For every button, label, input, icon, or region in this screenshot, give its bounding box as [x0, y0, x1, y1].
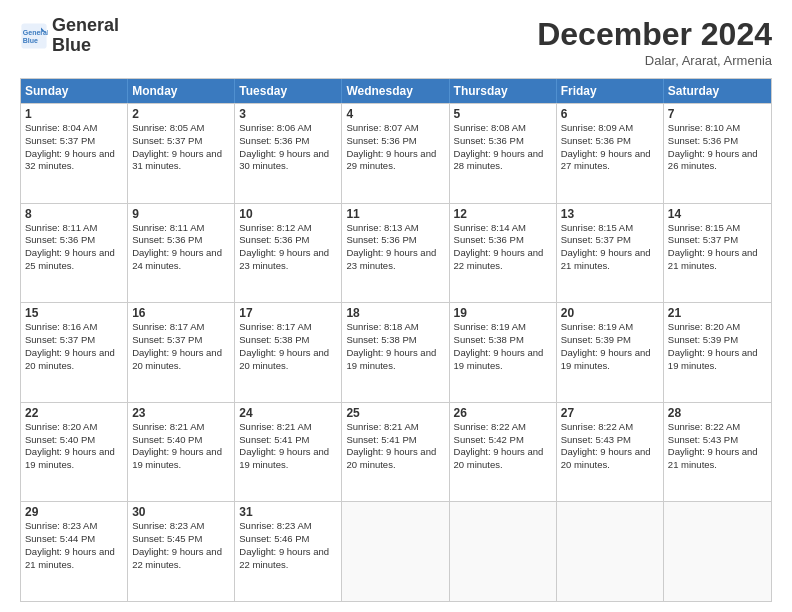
logo: General Blue General Blue	[20, 16, 119, 56]
daylight-text: Daylight: 9 hours and 26 minutes.	[668, 148, 767, 174]
header-cell-sunday: Sunday	[21, 79, 128, 103]
sunrise-text: Sunrise: 8:17 AM	[239, 321, 337, 334]
calendar-cell: 24Sunrise: 8:21 AMSunset: 5:41 PMDayligh…	[235, 403, 342, 502]
sunrise-text: Sunrise: 8:04 AM	[25, 122, 123, 135]
sunrise-text: Sunrise: 8:11 AM	[132, 222, 230, 235]
daylight-text: Daylight: 9 hours and 32 minutes.	[25, 148, 123, 174]
sunrise-text: Sunrise: 8:06 AM	[239, 122, 337, 135]
calendar-cell: 29Sunrise: 8:23 AMSunset: 5:44 PMDayligh…	[21, 502, 128, 601]
sunrise-text: Sunrise: 8:16 AM	[25, 321, 123, 334]
sunset-text: Sunset: 5:41 PM	[346, 434, 444, 447]
day-number: 26	[454, 406, 552, 420]
calendar-row-3: 15Sunrise: 8:16 AMSunset: 5:37 PMDayligh…	[21, 302, 771, 402]
calendar-cell: 27Sunrise: 8:22 AMSunset: 5:43 PMDayligh…	[557, 403, 664, 502]
sunset-text: Sunset: 5:44 PM	[25, 533, 123, 546]
sunset-text: Sunset: 5:39 PM	[668, 334, 767, 347]
calendar-body: 1Sunrise: 8:04 AMSunset: 5:37 PMDaylight…	[21, 103, 771, 601]
daylight-text: Daylight: 9 hours and 22 minutes.	[132, 546, 230, 572]
daylight-text: Daylight: 9 hours and 19 minutes.	[668, 347, 767, 373]
daylight-text: Daylight: 9 hours and 20 minutes.	[346, 446, 444, 472]
page-header: General Blue General Blue December 2024 …	[20, 16, 772, 68]
calendar-row-1: 1Sunrise: 8:04 AMSunset: 5:37 PMDaylight…	[21, 103, 771, 203]
daylight-text: Daylight: 9 hours and 25 minutes.	[25, 247, 123, 273]
sunset-text: Sunset: 5:40 PM	[25, 434, 123, 447]
calendar-cell: 25Sunrise: 8:21 AMSunset: 5:41 PMDayligh…	[342, 403, 449, 502]
day-number: 5	[454, 107, 552, 121]
day-number: 3	[239, 107, 337, 121]
day-number: 16	[132, 306, 230, 320]
sunset-text: Sunset: 5:37 PM	[25, 135, 123, 148]
day-number: 20	[561, 306, 659, 320]
daylight-text: Daylight: 9 hours and 20 minutes.	[239, 347, 337, 373]
location: Dalar, Ararat, Armenia	[537, 53, 772, 68]
sunset-text: Sunset: 5:43 PM	[561, 434, 659, 447]
sunset-text: Sunset: 5:36 PM	[132, 234, 230, 247]
sunrise-text: Sunrise: 8:13 AM	[346, 222, 444, 235]
calendar-cell: 17Sunrise: 8:17 AMSunset: 5:38 PMDayligh…	[235, 303, 342, 402]
daylight-text: Daylight: 9 hours and 20 minutes.	[25, 347, 123, 373]
day-number: 8	[25, 207, 123, 221]
calendar-cell: 19Sunrise: 8:19 AMSunset: 5:38 PMDayligh…	[450, 303, 557, 402]
calendar-cell: 8Sunrise: 8:11 AMSunset: 5:36 PMDaylight…	[21, 204, 128, 303]
calendar-cell: 23Sunrise: 8:21 AMSunset: 5:40 PMDayligh…	[128, 403, 235, 502]
calendar-cell: 11Sunrise: 8:13 AMSunset: 5:36 PMDayligh…	[342, 204, 449, 303]
day-number: 22	[25, 406, 123, 420]
sunrise-text: Sunrise: 8:17 AM	[132, 321, 230, 334]
daylight-text: Daylight: 9 hours and 20 minutes.	[132, 347, 230, 373]
daylight-text: Daylight: 9 hours and 28 minutes.	[454, 148, 552, 174]
calendar-cell: 3Sunrise: 8:06 AMSunset: 5:36 PMDaylight…	[235, 104, 342, 203]
sunrise-text: Sunrise: 8:18 AM	[346, 321, 444, 334]
sunrise-text: Sunrise: 8:12 AM	[239, 222, 337, 235]
daylight-text: Daylight: 9 hours and 23 minutes.	[239, 247, 337, 273]
day-number: 27	[561, 406, 659, 420]
header-cell-friday: Friday	[557, 79, 664, 103]
daylight-text: Daylight: 9 hours and 21 minutes.	[668, 247, 767, 273]
sunset-text: Sunset: 5:38 PM	[346, 334, 444, 347]
day-number: 7	[668, 107, 767, 121]
day-number: 13	[561, 207, 659, 221]
sunset-text: Sunset: 5:36 PM	[25, 234, 123, 247]
calendar-cell: 14Sunrise: 8:15 AMSunset: 5:37 PMDayligh…	[664, 204, 771, 303]
calendar-cell	[450, 502, 557, 601]
sunset-text: Sunset: 5:42 PM	[454, 434, 552, 447]
header-cell-wednesday: Wednesday	[342, 79, 449, 103]
sunset-text: Sunset: 5:36 PM	[668, 135, 767, 148]
day-number: 14	[668, 207, 767, 221]
day-number: 19	[454, 306, 552, 320]
calendar-cell: 31Sunrise: 8:23 AMSunset: 5:46 PMDayligh…	[235, 502, 342, 601]
calendar-cell: 4Sunrise: 8:07 AMSunset: 5:36 PMDaylight…	[342, 104, 449, 203]
day-number: 12	[454, 207, 552, 221]
sunrise-text: Sunrise: 8:11 AM	[25, 222, 123, 235]
calendar: SundayMondayTuesdayWednesdayThursdayFrid…	[20, 78, 772, 602]
calendar-row-2: 8Sunrise: 8:11 AMSunset: 5:36 PMDaylight…	[21, 203, 771, 303]
sunset-text: Sunset: 5:40 PM	[132, 434, 230, 447]
daylight-text: Daylight: 9 hours and 29 minutes.	[346, 148, 444, 174]
day-number: 18	[346, 306, 444, 320]
calendar-cell: 12Sunrise: 8:14 AMSunset: 5:36 PMDayligh…	[450, 204, 557, 303]
sunset-text: Sunset: 5:36 PM	[346, 135, 444, 148]
sunrise-text: Sunrise: 8:10 AM	[668, 122, 767, 135]
daylight-text: Daylight: 9 hours and 20 minutes.	[454, 446, 552, 472]
sunrise-text: Sunrise: 8:23 AM	[25, 520, 123, 533]
daylight-text: Daylight: 9 hours and 21 minutes.	[561, 247, 659, 273]
calendar-row-5: 29Sunrise: 8:23 AMSunset: 5:44 PMDayligh…	[21, 501, 771, 601]
day-number: 2	[132, 107, 230, 121]
sunrise-text: Sunrise: 8:21 AM	[132, 421, 230, 434]
sunrise-text: Sunrise: 8:19 AM	[454, 321, 552, 334]
daylight-text: Daylight: 9 hours and 30 minutes.	[239, 148, 337, 174]
day-number: 17	[239, 306, 337, 320]
calendar-cell: 26Sunrise: 8:22 AMSunset: 5:42 PMDayligh…	[450, 403, 557, 502]
calendar-cell: 21Sunrise: 8:20 AMSunset: 5:39 PMDayligh…	[664, 303, 771, 402]
month-title: December 2024	[537, 16, 772, 53]
sunrise-text: Sunrise: 8:09 AM	[561, 122, 659, 135]
day-number: 24	[239, 406, 337, 420]
sunrise-text: Sunrise: 8:20 AM	[668, 321, 767, 334]
calendar-cell: 30Sunrise: 8:23 AMSunset: 5:45 PMDayligh…	[128, 502, 235, 601]
sunrise-text: Sunrise: 8:15 AM	[561, 222, 659, 235]
sunset-text: Sunset: 5:37 PM	[561, 234, 659, 247]
calendar-cell	[342, 502, 449, 601]
daylight-text: Daylight: 9 hours and 20 minutes.	[561, 446, 659, 472]
sunset-text: Sunset: 5:37 PM	[132, 135, 230, 148]
sunrise-text: Sunrise: 8:08 AM	[454, 122, 552, 135]
sunset-text: Sunset: 5:37 PM	[668, 234, 767, 247]
